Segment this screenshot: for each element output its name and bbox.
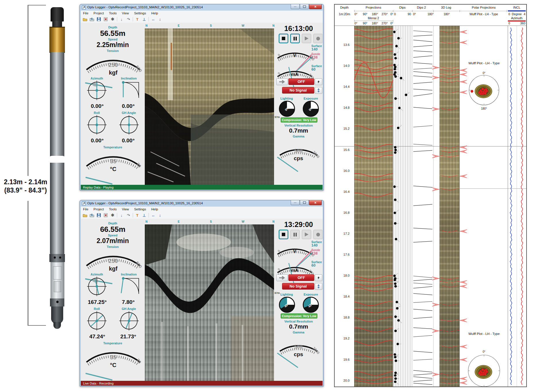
save-icon[interactable] <box>96 17 101 22</box>
orient-n2: N <box>272 220 274 223</box>
exposure-knob[interactable]: 42% <box>303 297 319 313</box>
fit-height-icon[interactable]: ↕ <box>157 17 163 22</box>
dip-tadpole <box>394 330 397 332</box>
inclination-needle <box>120 277 125 293</box>
power-arrow-button[interactable] <box>276 78 288 85</box>
fit-height-icon[interactable]: ↕ <box>157 213 163 218</box>
minimize-button[interactable]: — <box>291 4 300 9</box>
depth-tick-label: 17.6 <box>337 253 350 256</box>
tool-up-icon[interactable]: T <box>135 213 140 218</box>
fit-width-icon[interactable]: ↔ <box>151 17 156 22</box>
record-button[interactable] <box>313 230 323 239</box>
minimize-button[interactable]: — <box>291 200 300 205</box>
projections-well-name: Menai 2 <box>368 16 379 20</box>
status-bar: Replay Data - Playing <box>81 185 323 190</box>
pole-point <box>486 370 488 373</box>
tool-up-icon[interactable]: T <box>135 17 140 22</box>
col-projections-title: Projections <box>366 6 381 9</box>
inclination-value: 7.80° <box>115 299 142 305</box>
menu-project[interactable]: Project <box>94 11 104 15</box>
orientation-labels: N E S W N <box>145 220 274 224</box>
stop-button[interactable] <box>279 230 288 239</box>
tool-down-icon[interactable]: ⊥ <box>142 17 147 22</box>
menu-file[interactable]: File <box>83 11 88 15</box>
titlebar[interactable]: Optv Logger - OptvRecordProject_10103_MA… <box>80 200 323 207</box>
maximize-button[interactable] <box>300 4 309 9</box>
menu-project[interactable]: Project <box>94 207 104 211</box>
polar-subtitle: Wulff Plot - LH - Type <box>469 12 498 16</box>
lighting-knob[interactable]: 45% <box>279 297 295 313</box>
menu-view[interactable]: View <box>122 11 129 15</box>
go-to-depth-icon[interactable]: ↓ <box>119 17 124 22</box>
menu-bar: File Project Tools View Settings Help <box>81 11 323 16</box>
tool-collar <box>49 254 65 262</box>
structure-flag <box>432 373 439 376</box>
orient-w: W <box>242 24 244 27</box>
reset-icon[interactable]: ↷ <box>126 213 131 218</box>
close-button[interactable]: ✕ <box>309 4 322 9</box>
play-button[interactable] <box>302 230 311 239</box>
menu-help[interactable]: Help <box>151 207 158 211</box>
menu-tools[interactable]: Tools <box>109 11 117 15</box>
col-polar-title: Polar Projections <box>472 6 496 9</box>
power-off-indicator[interactable]: OFF <box>288 274 314 281</box>
window-content: Depth 66.55m Speed 2.07m/min Tension 250… <box>81 219 323 381</box>
import-icon[interactable] <box>89 17 95 22</box>
power-arrow-button[interactable] <box>276 274 288 281</box>
bedding-trace <box>440 156 459 157</box>
power-bolt-button[interactable] <box>315 274 322 281</box>
depth-scale: 1m:20m <box>339 12 350 16</box>
record-button[interactable] <box>313 34 323 43</box>
svg-text:V: V <box>293 249 296 254</box>
open-project-icon[interactable] <box>82 17 88 22</box>
dip-strike-line <box>413 279 432 281</box>
tool-down-icon[interactable]: ⊥ <box>142 213 147 218</box>
menai-tick: 0° <box>354 22 357 25</box>
roll-label: Roll <box>81 307 113 311</box>
menu-help[interactable]: Help <box>151 11 158 15</box>
save-icon[interactable] <box>96 213 101 218</box>
lighting-knob[interactable]: 0% <box>279 101 295 117</box>
log-trace <box>521 28 523 385</box>
menu-settings[interactable]: Settings <box>134 207 146 211</box>
close-button[interactable]: ✕ <box>309 200 322 205</box>
play-button[interactable] <box>302 34 311 43</box>
stop-button[interactable] <box>279 34 288 43</box>
depth-tick-label: 14.0 <box>337 64 350 67</box>
depth-tick-label: 18.0 <box>337 274 350 277</box>
power-bolt-button[interactable] <box>315 78 322 85</box>
import-icon[interactable] <box>89 213 95 218</box>
power-off-indicator[interactable]: OFF <box>288 78 314 85</box>
surface-voltage-readout: Surface140 <box>311 44 323 51</box>
reset-icon[interactable]: ↷ <box>126 17 131 22</box>
dip-strike-line <box>413 71 432 73</box>
open-project-icon[interactable] <box>82 213 88 218</box>
menu-settings[interactable]: Settings <box>134 11 146 15</box>
dip-tadpole <box>394 374 397 377</box>
dip-tadpole <box>405 94 407 96</box>
lighting-value: 45% <box>277 295 297 315</box>
menu-view[interactable]: View <box>122 207 129 211</box>
bedding-trace <box>354 74 393 77</box>
close-project-icon[interactable] <box>103 213 108 218</box>
dip-tadpole <box>396 343 399 345</box>
tension-gauge: 250 500 kgf <box>83 248 143 271</box>
settings-gear-icon[interactable]: ✱ <box>110 17 115 22</box>
menu-file[interactable]: File <box>83 207 88 211</box>
bedding-trace <box>440 320 459 321</box>
svg-text:500: 500 <box>135 64 143 73</box>
dip-tadpole <box>393 185 396 188</box>
maximize-button[interactable] <box>300 200 309 205</box>
signal-sync-button[interactable] <box>315 87 322 94</box>
pause-button[interactable] <box>290 34 300 43</box>
signal-sync-button[interactable] <box>315 283 322 290</box>
fit-width-icon[interactable]: ↔ <box>151 213 156 218</box>
go-to-depth-icon[interactable]: ↓ <box>119 213 124 218</box>
exposure-knob[interactable]: 0% <box>303 101 319 117</box>
menu-tools[interactable]: Tools <box>109 207 117 211</box>
titlebar[interactable]: Optv Logger - OptvRecordProject_10103_MA… <box>80 4 323 11</box>
settings-gear-icon[interactable]: ✱ <box>110 213 115 218</box>
transport-controls <box>279 34 323 43</box>
pause-button[interactable] <box>290 230 300 239</box>
close-project-icon[interactable] <box>103 17 108 22</box>
